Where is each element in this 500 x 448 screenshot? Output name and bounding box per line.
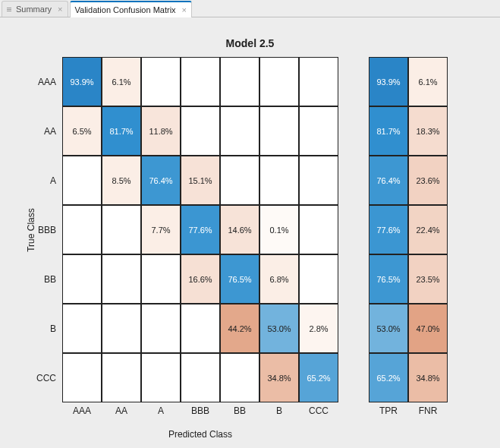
- matrix-cell: 77.6%: [181, 205, 220, 254]
- matrix-cell: [62, 304, 102, 353]
- matrix-cell: [141, 57, 181, 106]
- matrix-cell: [181, 353, 220, 402]
- matrix-cell: [220, 156, 259, 205]
- matrix-cell: [102, 353, 141, 402]
- matrix-cell: 6.1%: [102, 57, 141, 106]
- side-matrix-cell: 18.3%: [408, 106, 448, 156]
- y-tick: CCC: [32, 353, 59, 402]
- matrix-cell: 2.8%: [299, 304, 338, 353]
- matrix-cell: [102, 254, 141, 304]
- x-tick: A: [141, 404, 181, 416]
- matrix-cell: 0.1%: [259, 205, 299, 254]
- matrix-cell: 81.7%: [102, 106, 141, 156]
- matrix-cell: [220, 57, 259, 106]
- x-axis-label: Predicted Class: [168, 429, 232, 440]
- matrix-cell: [220, 106, 259, 156]
- matrix-cell: 16.6%: [181, 254, 220, 304]
- side-matrix-cell: 65.2%: [369, 353, 408, 402]
- matrix-cell: [62, 205, 102, 254]
- y-ticks: AAA AA A BBB BB B CCC: [32, 57, 59, 402]
- tab-validation-confusion-matrix[interactable]: Validation Confusion Matrix ×: [70, 1, 193, 17]
- matrix-cell: [299, 106, 338, 156]
- x-tick: BBB: [181, 404, 220, 416]
- side-matrix-cell: 53.0%: [369, 304, 408, 353]
- y-tick: AAA: [32, 57, 59, 106]
- matrix-cell: 6.5%: [62, 106, 102, 156]
- matrix-cell: [299, 254, 338, 304]
- chart-area: Model 2.5 True Class Predicted Class AAA…: [0, 17, 500, 448]
- matrix-cell: [141, 304, 181, 353]
- matrix-cell: [181, 106, 220, 156]
- matrix-cell: 44.2%: [220, 304, 259, 353]
- matrix-cell: [102, 205, 141, 254]
- matrix-cell: [141, 254, 181, 304]
- matrix-cell: 53.0%: [259, 304, 299, 353]
- matrix-cell: [181, 304, 220, 353]
- y-tick: BBB: [32, 205, 59, 254]
- side-matrix-cell: 76.5%: [369, 254, 408, 304]
- x-tick: B: [259, 404, 299, 416]
- tab-matrix-label: Validation Confusion Matrix: [75, 5, 176, 14]
- side-matrix-cell: 77.6%: [369, 205, 408, 254]
- matrix-cell: 14.6%: [220, 205, 259, 254]
- matrix-cell: 34.8%: [259, 353, 299, 402]
- side-matrix-cell: 76.4%: [369, 156, 408, 205]
- x-ticks: AAA AA A BBB BB B CCC: [62, 404, 338, 416]
- side-matrix-cell: 23.5%: [408, 254, 448, 304]
- x-tick: BB: [220, 404, 259, 416]
- tab-summary-label: Summary: [16, 5, 52, 14]
- y-tick: BB: [32, 254, 59, 304]
- matrix-cell: 11.8%: [141, 106, 181, 156]
- matrix-cell: [259, 156, 299, 205]
- y-tick: A: [32, 156, 59, 205]
- matrix-cell: 76.5%: [220, 254, 259, 304]
- x-tick: CCC: [299, 404, 338, 416]
- matrix-cell: [62, 254, 102, 304]
- chart-title: Model 2.5: [0, 37, 500, 49]
- y-tick: AA: [32, 106, 59, 156]
- side-x-tick: TPR: [369, 404, 408, 416]
- side-matrix-cell: 93.9%: [369, 57, 408, 106]
- close-icon[interactable]: ×: [58, 5, 62, 14]
- matrix-cell: [299, 57, 338, 106]
- matrix-cell: [62, 156, 102, 205]
- matrix-cell: 76.4%: [141, 156, 181, 205]
- close-icon[interactable]: ×: [182, 5, 187, 14]
- matrix-cell: [62, 353, 102, 402]
- matrix-cell: [102, 304, 141, 353]
- tabbar: Summary × Validation Confusion Matrix ×: [0, 0, 500, 17]
- confusion-matrix: 93.9%6.1%6.5%81.7%11.8%8.5%76.4%15.1%7.7…: [62, 57, 338, 402]
- tpr-fnr-matrix: 93.9%6.1%81.7%18.3%76.4%23.6%77.6%22.4%7…: [369, 57, 448, 402]
- matrix-cell: [141, 353, 181, 402]
- matrix-cell: [181, 57, 220, 106]
- x-tick: AA: [102, 404, 141, 416]
- matrix-cell: [220, 353, 259, 402]
- matrix-cell: 93.9%: [62, 57, 102, 106]
- matrix-cell: [259, 57, 299, 106]
- matrix-cell: 7.7%: [141, 205, 181, 254]
- grip-icon: [7, 8, 11, 11]
- matrix-cell: [259, 106, 299, 156]
- matrix-cell: 6.8%: [259, 254, 299, 304]
- matrix-cell: [299, 156, 338, 205]
- matrix-cell: 65.2%: [299, 353, 338, 402]
- y-tick: B: [32, 304, 59, 353]
- side-matrix-cell: 47.0%: [408, 304, 448, 353]
- side-matrix-cell: 23.6%: [408, 156, 448, 205]
- side-x-ticks: TPR FNR: [369, 404, 448, 416]
- x-tick: AAA: [62, 404, 102, 416]
- side-matrix-cell: 22.4%: [408, 205, 448, 254]
- side-matrix-cell: 81.7%: [369, 106, 408, 156]
- matrix-cell: 15.1%: [181, 156, 220, 205]
- side-x-tick: FNR: [408, 404, 448, 416]
- tab-summary[interactable]: Summary ×: [2, 1, 68, 17]
- matrix-cell: 8.5%: [102, 156, 141, 205]
- side-matrix-cell: 34.8%: [408, 353, 448, 402]
- side-matrix-cell: 6.1%: [408, 57, 448, 106]
- matrix-cell: [299, 205, 338, 254]
